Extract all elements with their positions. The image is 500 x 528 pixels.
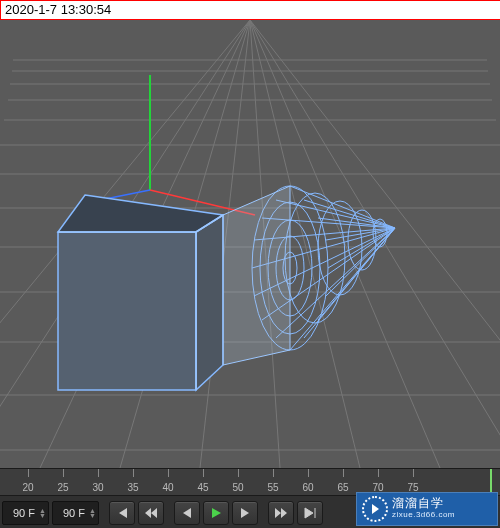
- svg-line-46: [304, 200, 395, 228]
- tick-label: 50: [232, 482, 243, 493]
- stepper-arrows-icon[interactable]: ▲▼: [39, 508, 46, 518]
- watermark-title: 溜溜自学: [392, 497, 455, 509]
- frame-start-value: 90 F: [5, 507, 37, 519]
- play-circle-icon: [362, 496, 388, 522]
- tick-label: 20: [22, 482, 33, 493]
- tick-label: 55: [267, 482, 278, 493]
- tick-label: 25: [57, 482, 68, 493]
- tick-label: 65: [337, 482, 348, 493]
- tick-label: 40: [162, 482, 173, 493]
- svg-marker-25: [58, 195, 223, 232]
- go-first-button[interactable]: [109, 501, 135, 525]
- svg-marker-51: [223, 186, 290, 365]
- svg-marker-23: [196, 215, 223, 390]
- play-button[interactable]: [203, 501, 229, 525]
- viewport-3d[interactable]: [0, 20, 500, 468]
- step-back-button[interactable]: [174, 501, 200, 525]
- tick-label: 45: [197, 482, 208, 493]
- svg-marker-24: [58, 232, 196, 390]
- timestamp-bar: 2020-1-7 13:30:54: [0, 0, 500, 20]
- stepper-arrows-icon[interactable]: ▲▼: [89, 508, 96, 518]
- go-last-button[interactable]: [297, 501, 323, 525]
- timestamp-text: 2020-1-7 13:30:54: [5, 2, 111, 17]
- viewport-scene: [0, 20, 500, 468]
- watermark-badge: 溜溜自学 zixue.3d66.com: [356, 492, 498, 526]
- cone-object[interactable]: [223, 186, 395, 365]
- watermark-url: zixue.3d66.com: [392, 509, 455, 521]
- frame-end-field[interactable]: 90 F ▲▼: [52, 501, 99, 525]
- tick-label: 60: [302, 482, 313, 493]
- cube-object[interactable]: [58, 195, 223, 390]
- tick-label: 30: [92, 482, 103, 493]
- next-key-button[interactable]: [268, 501, 294, 525]
- frame-end-value: 90 F: [55, 507, 87, 519]
- frame-start-field[interactable]: 90 F ▲▼: [2, 501, 49, 525]
- step-fwd-button[interactable]: [232, 501, 258, 525]
- prev-key-button[interactable]: [138, 501, 164, 525]
- tick-label: 35: [127, 482, 138, 493]
- svg-line-41: [318, 228, 395, 320]
